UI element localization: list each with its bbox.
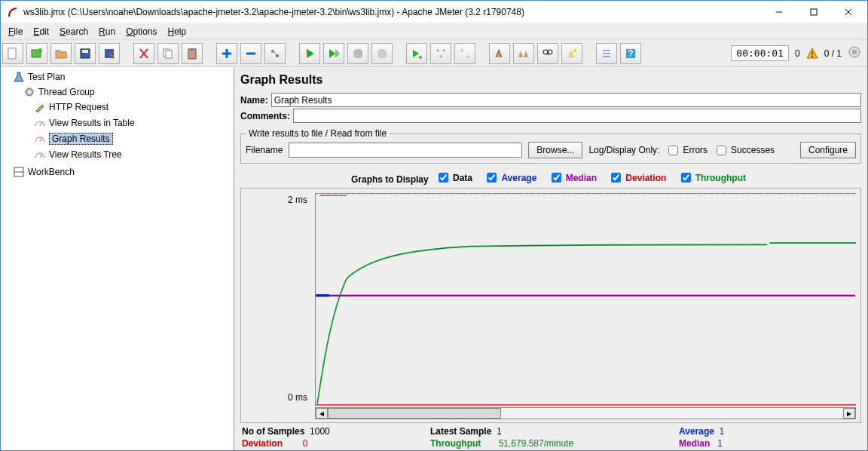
clear-all-button[interactable]: [513, 43, 534, 64]
start-remote-button[interactable]: [406, 43, 427, 64]
meter-icon: [34, 117, 46, 129]
tree-label: View Results Tree: [49, 149, 122, 160]
pipette-icon: [34, 101, 46, 113]
svg-point-21: [442, 49, 445, 52]
tree-label: Graph Results: [49, 133, 113, 145]
stop-button[interactable]: [347, 43, 368, 64]
configure-button[interactable]: Configure: [800, 142, 856, 158]
svg-point-28: [573, 49, 576, 52]
start-no-timers-button[interactable]: [323, 43, 344, 64]
name-input[interactable]: [271, 93, 861, 107]
name-label: Name:: [240, 95, 268, 106]
minimize-button[interactable]: [762, 2, 796, 23]
save-as-button[interactable]: [99, 43, 120, 64]
deviation-value: 0: [303, 438, 308, 449]
tree-label: WorkBench: [28, 167, 75, 177]
reset-search-button[interactable]: [561, 43, 582, 64]
tree-pane[interactable]: Test Plan Thread Group HTTP Reque: [1, 67, 234, 451]
search-tree-button[interactable]: [537, 43, 558, 64]
thread-count: 0 / 1: [824, 48, 842, 59]
tree-label: View Results in Table: [49, 118, 135, 128]
scroll-thumb[interactable]: [328, 408, 501, 419]
tree-test-plan[interactable]: Test Plan: [13, 71, 65, 83]
templates-button[interactable]: [26, 43, 47, 64]
comments-input[interactable]: [293, 109, 861, 123]
tree-graph-results[interactable]: Graph Results: [34, 133, 113, 145]
save-button[interactable]: [75, 43, 96, 64]
svg-point-39: [28, 91, 31, 94]
samples-value: 1000: [310, 426, 330, 437]
tree-label: Thread Group: [38, 87, 95, 97]
start-button[interactable]: [299, 43, 320, 64]
clear-button[interactable]: [489, 43, 510, 64]
tree-http-request[interactable]: HTTP Request: [34, 101, 108, 113]
page-title: Graph Results: [240, 73, 861, 87]
open-button[interactable]: [50, 43, 72, 64]
remote-stop-all-button[interactable]: [454, 43, 475, 64]
menu-edit[interactable]: Edit: [29, 25, 53, 38]
browse-button[interactable]: Browse...: [528, 142, 582, 158]
copy-button[interactable]: [157, 43, 179, 64]
svg-point-35: [811, 56, 813, 57]
elapsed-timer: 00:00:01: [731, 45, 789, 61]
close-button[interactable]: [831, 2, 866, 23]
menu-help[interactable]: Help: [164, 25, 191, 38]
menu-file[interactable]: File: [4, 25, 27, 38]
deviation-label: Deviation: [242, 438, 283, 449]
median-label: Median: [679, 438, 710, 449]
horizontal-scrollbar[interactable]: ◂ ▸: [315, 407, 856, 419]
graphs-to-display: Graphs to Display Data Average Median De…: [240, 167, 861, 188]
throughput-value: 51,679.587/minute: [499, 438, 573, 449]
tree-thread-group[interactable]: Thread Group: [23, 86, 95, 98]
successes-checkbox[interactable]: Successes: [714, 143, 775, 158]
collapse-button[interactable]: [240, 43, 261, 64]
toolbar: ? 00:00:01 0 0 / 1: [1, 40, 867, 67]
filename-input[interactable]: [289, 143, 522, 158]
menu-options[interactable]: Options: [121, 25, 161, 38]
deviation-checkbox[interactable]: Deviation: [608, 170, 666, 185]
remote-start-all-button[interactable]: [430, 43, 451, 64]
svg-rect-4: [8, 48, 16, 59]
y-axis-top-label: 2 ms: [288, 195, 307, 205]
samples-label: No of Samples: [242, 426, 304, 437]
svg-text:?: ?: [628, 48, 633, 59]
tree-label: HTTP Request: [49, 102, 108, 112]
paste-button[interactable]: [182, 43, 203, 64]
throughput-checkbox[interactable]: Throughput: [678, 170, 746, 185]
help-button[interactable]: ?: [620, 43, 641, 64]
median-value: 1: [717, 438, 723, 449]
svg-line-41: [40, 138, 42, 142]
median-checkbox[interactable]: Median: [549, 170, 597, 185]
chart: 2 ms 0 ms: [240, 188, 861, 423]
meter-icon: [34, 133, 46, 145]
menu-run[interactable]: Run: [94, 25, 120, 38]
errors-checkbox[interactable]: Errors: [665, 143, 708, 158]
shutdown-button[interactable]: [371, 43, 393, 64]
data-checkbox[interactable]: Data: [436, 170, 472, 185]
svg-line-40: [40, 122, 42, 126]
new-button[interactable]: [2, 43, 23, 64]
tree-view-results-tree[interactable]: View Results Tree: [34, 149, 122, 161]
svg-rect-11: [166, 51, 172, 58]
cut-button[interactable]: [133, 43, 154, 64]
svg-point-20: [436, 49, 439, 52]
average-checkbox[interactable]: Average: [484, 170, 536, 185]
app-icon: [7, 6, 19, 18]
meter-icon: [34, 149, 46, 161]
svg-line-42: [40, 154, 42, 158]
warning-count: 0: [795, 48, 800, 59]
toggle-button[interactable]: [264, 43, 286, 64]
menu-search[interactable]: Search: [55, 25, 93, 38]
function-helper-button[interactable]: [596, 43, 617, 64]
maximize-button[interactable]: [796, 2, 831, 23]
tree-view-results-table[interactable]: View Results in Table: [34, 117, 135, 129]
warning-icon[interactable]: [806, 48, 818, 60]
tree-workbench[interactable]: WorkBench: [13, 166, 75, 178]
expand-button[interactable]: [216, 43, 237, 64]
logdisplay-label: Log/Display Only:: [588, 145, 659, 155]
tree-label: Test Plan: [28, 72, 65, 82]
file-group-legend: Write results to file / Read from file: [246, 128, 390, 139]
svg-point-19: [419, 56, 422, 59]
scroll-left-button[interactable]: ◂: [316, 408, 328, 419]
scroll-right-button[interactable]: ▸: [843, 408, 855, 419]
